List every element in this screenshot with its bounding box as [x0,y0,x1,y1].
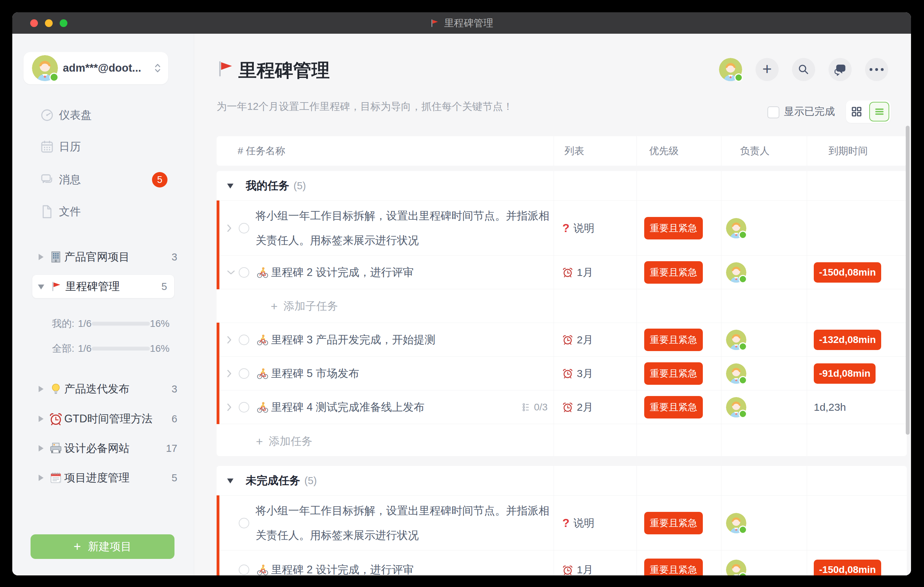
due-cell: -91d,08min [814,363,876,384]
priority-badge: 重要且紧急 [644,261,703,284]
view-toggle [846,101,891,123]
chevron-right-icon[interactable] [226,403,232,412]
task-checkbox[interactable] [239,223,249,234]
online-dot [734,73,743,82]
expand-arrow-icon[interactable] [39,416,43,422]
task-checkbox[interactable] [239,564,249,575]
flag-icon [216,60,234,78]
chevron-down-icon[interactable] [226,270,236,275]
sidebar-item-dashboard[interactable]: 仪表盘 [12,105,194,126]
assignee-avatar[interactable] [726,513,746,533]
list-cell[interactable]: 3月 [563,366,593,381]
add-subtask-row[interactable]: +添加子任务 [216,289,907,323]
task-row[interactable]: 将小组一年工作目标拆解，设置出里程碑时间节点。并指派相关责任人。用标签来展示进行… [216,496,907,551]
priority-badge: 重要且紧急 [644,396,703,419]
flag-icon [430,18,439,28]
list-view-button-active[interactable] [869,102,889,122]
bike-icon [257,267,269,279]
task-checkbox[interactable] [239,335,249,345]
zoom-window-button[interactable] [60,19,68,27]
collapse-arrow-icon[interactable] [38,284,44,289]
user-avatar [32,55,58,81]
list-cell[interactable]: 2月 [563,333,593,347]
task-checkbox[interactable] [239,267,249,278]
assignee-avatar[interactable] [726,330,746,350]
priority-cell[interactable]: 重要且紧急 [644,396,703,419]
app-body: adm***@doot... 仪表盘 日历 消息 5 文件 [12,34,911,575]
chevron-updown-icon[interactable] [154,63,161,73]
add-member-button[interactable]: + [756,58,779,81]
member-avatar[interactable] [719,58,742,81]
collapse-triangle-icon[interactable] [227,184,233,188]
search-button[interactable] [792,58,815,81]
chevron-right-icon[interactable] [226,335,232,345]
collapse-triangle-icon[interactable] [227,478,233,483]
show-completed-checkbox[interactable] [767,106,779,118]
assignee-avatar[interactable] [726,262,746,283]
progress-my: 我的: 1/6 16% [12,317,194,331]
list-cell[interactable]: ?说明 [563,221,594,235]
sidebar-item-files[interactable]: 文件 [12,201,194,222]
chevron-right-icon[interactable] [226,224,232,233]
project-item-gtd[interactable]: GTD时间管理方法 6 [12,408,194,430]
task-row[interactable]: 里程碑 4 测试完成准备线上发布 0/3 2月 重要且紧急 1d,23h [216,391,907,424]
printer-icon [49,442,63,455]
task-checkbox[interactable] [239,402,249,412]
expand-arrow-icon[interactable] [39,445,43,452]
assignee-avatar[interactable] [726,218,746,238]
project-item-schedule[interactable]: 项目进度管理 5 [12,467,194,489]
more-button[interactable] [865,58,888,81]
priority-cell[interactable]: 重要且紧急 [644,261,703,284]
assignee-avatar[interactable] [726,363,746,384]
assignee-avatar[interactable] [726,560,746,575]
priority-cell[interactable]: 重要且紧急 [644,329,703,351]
expand-arrow-icon[interactable] [39,254,43,260]
minimize-window-button[interactable] [45,19,53,27]
list-cell[interactable]: ?说明 [563,516,594,530]
column-priority: 优先级 [649,144,678,158]
project-count: 6 [172,413,177,425]
project-item-website[interactable]: 产品官网项目 3 [12,246,194,268]
group-header[interactable]: 未完成任务 (5) [216,466,907,496]
priority-badge: 重要且紧急 [644,217,703,239]
list-cell[interactable]: 2月 [563,400,593,414]
question-icon: ? [563,221,569,235]
task-checkbox[interactable] [239,518,249,528]
due-cell: -150d,08min [814,262,881,283]
new-project-button[interactable]: + 新建项目 [31,534,175,559]
task-row[interactable]: 里程碑 5 市场发布 3月 重要且紧急 -91d,08min [216,357,907,391]
user-account-card[interactable]: adm***@doot... [23,52,168,84]
priority-cell[interactable]: 重要且紧急 [644,512,703,534]
priority-cell[interactable]: 重要且紧急 [644,217,703,239]
assignee-avatar[interactable] [726,397,746,417]
chevron-right-icon[interactable] [226,369,232,378]
task-row[interactable]: 里程碑 3 产品开发完成，开始提测 2月 重要且紧急 -132d,08min [216,323,907,357]
online-dot [739,342,747,351]
expand-arrow-icon[interactable] [39,475,43,481]
task-row[interactable]: 里程碑 2 设计完成，进行评审 1月 重要且紧急 -150d,08min [216,256,907,289]
add-task-row[interactable]: +添加任务 [216,424,907,456]
sidebar-item-messages[interactable]: 消息 5 [12,169,194,190]
priority-cell[interactable]: 重要且紧急 [644,559,703,575]
sidebar-item-calendar[interactable]: 日历 [12,136,194,157]
list-cell[interactable]: 1月 [563,563,593,576]
priority-cell[interactable]: 重要且紧急 [644,362,703,385]
project-item-milestone-selected[interactable]: 里程碑管理 5 [32,275,174,298]
project-item-iteration[interactable]: 产品迭代发布 3 [12,378,194,400]
group-header[interactable]: 我的任务 (5) [216,171,907,201]
app-window: 里程碑管理 adm***@doot... 仪表盘 日历 消息 [12,12,911,575]
task-row[interactable]: 里程碑 2 设计完成，进行评审 1月 重要且紧急 -150d,08min [216,551,907,575]
bike-icon [257,368,269,379]
priority-badge: 重要且紧急 [644,329,703,351]
task-row[interactable]: 将小组一年工作目标拆解，设置出里程碑时间节点。并指派相关责任人。用标签来展示进行… [216,201,907,256]
project-item-design-sites[interactable]: 设计必备网站 17 [12,437,194,459]
close-window-button[interactable] [30,19,38,27]
expand-arrow-icon[interactable] [39,386,43,392]
alarm-clock-icon [563,368,573,379]
task-checkbox[interactable] [239,368,249,379]
list-cell[interactable]: 1月 [563,265,593,279]
vertical-scrollbar[interactable] [906,126,909,435]
grid-view-icon[interactable] [850,106,863,118]
alarm-clock-icon [563,335,573,345]
chat-button[interactable] [828,58,852,81]
